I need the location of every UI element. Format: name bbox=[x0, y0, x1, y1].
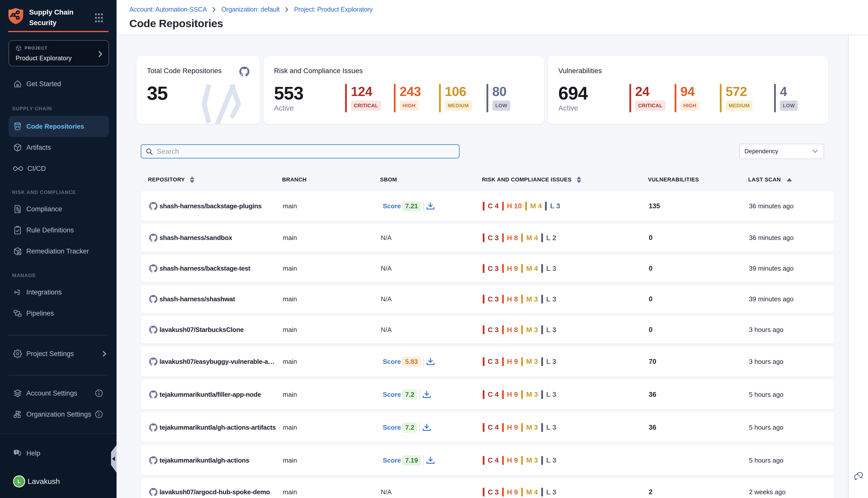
svg-text:?: ? bbox=[15, 450, 17, 454]
